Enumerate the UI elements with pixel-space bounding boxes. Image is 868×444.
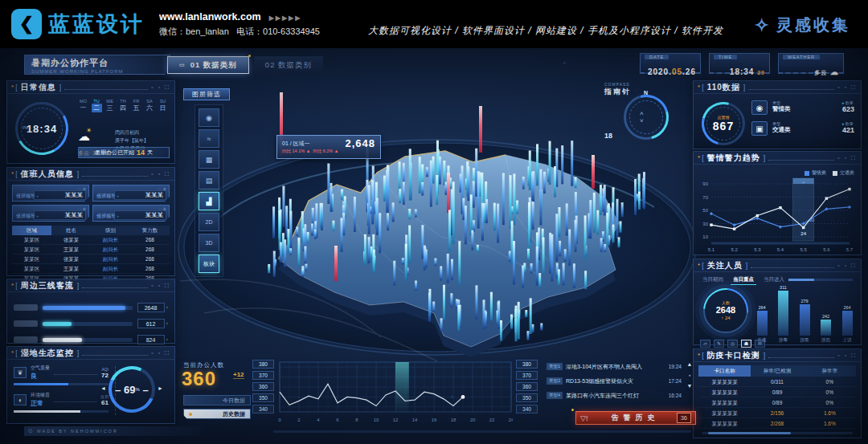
- panel-title: 关注人员: [707, 260, 743, 271]
- yaxis-tick: 340: [252, 405, 274, 413]
- weekday-row-cn[interactable]: 一二三四五六日: [78, 104, 168, 112]
- alert-item[interactable]: 类型1湿地3-104片区有不明人员闯入19:24: [547, 361, 682, 372]
- edit-icon[interactable]: ✎: [714, 340, 724, 348]
- panel-window-controls[interactable]: ▫ ▫ ⛶: [837, 352, 857, 359]
- weather-label: WEATHER: [783, 55, 820, 59]
- weekday-cn[interactable]: 一: [78, 104, 88, 112]
- bar-column[interactable]: 242涉恐: [819, 314, 833, 343]
- bar-column[interactable]: 264上访: [840, 305, 854, 343]
- gauge-right-arrow[interactable]: ►: [158, 385, 163, 391]
- vehicle-icon[interactable]: ▱: [700, 340, 710, 348]
- bar-column[interactable]: 264在逃: [755, 305, 769, 343]
- panel-alarm-trend: *[警情警力趋势]▫ ▫ ⛶ 警情类交通类 9070503010⌄30245.1…: [693, 151, 862, 255]
- weekday-cn[interactable]: 二: [92, 104, 102, 112]
- layer-filter-title: 图层筛选: [183, 88, 230, 100]
- focus-count-ring: 人数2648↑ 24: [703, 288, 748, 333]
- data-category-tabs: 01 数据类别02 数据类别: [167, 56, 323, 74]
- office-data-buttons: 今日数据历史数据: [183, 395, 251, 422]
- checkpoint-scrollbar[interactable]: [702, 432, 853, 434]
- weekday-cn[interactable]: 四: [118, 104, 129, 112]
- panel-window-controls[interactable]: ▫ ▫ ⛶: [151, 283, 170, 289]
- layer-button-camera[interactable]: ◉: [199, 108, 219, 127]
- table-row[interactable]: 某某区王某某副局长268: [12, 264, 170, 274]
- bus-icon: ▣: [751, 121, 768, 136]
- tooltip-value: 2,648: [345, 137, 375, 149]
- panel-wetland-eco-monitor: *[湿地生态监控]▫ ▫ ⛶ ❦ 空气质量良 AQI72 ◖ 环境噪音正常 分贝…: [6, 346, 175, 424]
- layer-button-building[interactable]: ▤: [199, 171, 219, 189]
- platform-title: 暑期办公协作平台: [31, 57, 163, 69]
- tooltip-region: 01 / 区域一: [282, 140, 310, 148]
- website-link[interactable]: www.lanlanwork.com: [159, 11, 261, 22]
- checkpoint-row[interactable]: 某某某某某0/890%: [698, 397, 856, 408]
- alarm-type-item: ▣类型交通类▸ 数量421: [751, 121, 854, 136]
- checkpoint-row[interactable]: 某某某某某2/1561.6%: [698, 408, 856, 418]
- flow-bar-row: 824↑: [14, 334, 168, 345]
- svg-text:90: 90: [702, 181, 708, 186]
- table-row[interactable]: 某某区张某某副局长268: [12, 255, 170, 264]
- weekday-cn[interactable]: 日: [158, 104, 168, 112]
- panel-window-controls[interactable]: ▫ ▫ ⛶: [837, 263, 857, 269]
- noise-item: ◖ 环境噪音正常 分贝61: [14, 392, 108, 408]
- inspiration-collect[interactable]: ✧灵感收集: [755, 14, 850, 36]
- office-count-value: 360: [182, 368, 216, 390]
- total-alarm-gauge: 总警情867: [702, 102, 745, 145]
- layer-button-3d[interactable]: 3D: [199, 234, 219, 252]
- yaxis-tick: 370: [252, 371, 274, 380]
- gauge-left-arrow[interactable]: ◄: [100, 385, 106, 391]
- warning-triangle-icon: ▽!: [580, 414, 588, 422]
- yaxis-tick: 380: [252, 360, 274, 369]
- layer-button-signal[interactable]: ≈: [199, 129, 219, 148]
- focus-tab[interactable]: 当日重点: [731, 275, 756, 285]
- svg-text:30: 30: [702, 222, 708, 226]
- svg-text:5.5: 5.5: [800, 247, 807, 252]
- table-row[interactable]: 某某区张某某副局长268: [12, 235, 170, 245]
- time-label: TIME: [714, 55, 737, 59]
- svg-text:5.6: 5.6: [823, 247, 830, 252]
- banner-contact: www.lanlanwork.com▶▶▶▶▶ 微信：ben_lanlan 电话…: [159, 10, 320, 38]
- checkpoint-row[interactable]: 某某某某某2/2681.6%: [698, 418, 856, 429]
- layer-button-blocks[interactable]: 板块: [199, 255, 219, 273]
- panel-title: 值班人员信息: [21, 169, 74, 180]
- panel-window-controls[interactable]: ▫ ▫ ⛶: [837, 84, 857, 91]
- svg-text:5.4: 5.4: [777, 247, 784, 252]
- scroll-down-icon[interactable]: ▼: [687, 383, 693, 389]
- panel-window-controls[interactable]: ▫ ▫ ⛶: [151, 84, 170, 91]
- scroll-up-icon[interactable]: ▲: [687, 361, 693, 367]
- layer-button-2d[interactable]: 2D: [199, 213, 219, 231]
- panel-window-controls[interactable]: ▫ ▫ ⛶: [151, 171, 170, 177]
- panel-window-controls[interactable]: ▫ ▫ ⛶: [837, 155, 857, 161]
- layer-button-stats[interactable]: ▟: [199, 192, 219, 210]
- target-icon[interactable]: ◎: [727, 340, 738, 348]
- alert-item[interactable]: 类型2RD13-53烟感报警疑似火灾17:24: [547, 376, 682, 386]
- bar-column[interactable]: 279涉黑: [797, 299, 812, 343]
- focus-tab[interactable]: 当日期间: [700, 275, 726, 285]
- checkpoint-row[interactable]: 某某某某某0/890%: [698, 387, 856, 397]
- focus-slider[interactable]: [788, 279, 853, 281]
- date-label: DATE: [645, 55, 669, 59]
- alarm-history-button[interactable]: ▽! 告警历史 36: [575, 411, 696, 425]
- checkpoint-row[interactable]: 某某某某某0/3110%: [698, 377, 856, 387]
- office-button[interactable]: 历史数据: [183, 409, 251, 419]
- compass-ring[interactable]: [624, 95, 669, 140]
- bar-column[interactable]: 311涉毒: [776, 285, 791, 343]
- tab-data-category[interactable]: 01 数据类别: [167, 56, 249, 74]
- sparkle-icon: ✧: [755, 15, 772, 36]
- weekday-cn[interactable]: 五: [131, 104, 141, 112]
- duty-leader-card: 值班领导 ▸··· ⊗某某某: [92, 185, 170, 202]
- office-button[interactable]: 今日数据: [183, 395, 251, 405]
- svg-text:50: 50: [702, 208, 708, 213]
- alert-item[interactable]: 类型4某路口有小汽车连闯三个红灯16:24: [547, 390, 682, 401]
- office-yaxis-right: 380370360350340: [516, 360, 538, 413]
- person-icon[interactable]: ☗: [741, 340, 751, 348]
- panel-epidemic-checkpoints: *[防疫卡口检测]▫ ▫ ⛶ 卡口名称异常/已检测异常率 某某某某某0/3110…: [693, 348, 862, 438]
- weekday-cn[interactable]: 六: [145, 104, 155, 112]
- svg-text:2: 2: [297, 418, 301, 422]
- yaxis-tick: 370: [516, 371, 538, 380]
- table-row[interactable]: 某某区王某某副局长268: [12, 245, 170, 255]
- panel-window-controls[interactable]: ▫ ▫ ⛶: [151, 350, 170, 356]
- layer-button-deploy[interactable]: ▦: [199, 150, 219, 169]
- tab-data-category[interactable]: 02 数据类别: [254, 56, 323, 74]
- weekday-cn[interactable]: 三: [104, 104, 115, 112]
- panel-title: 日常信息: [21, 82, 56, 93]
- alarm-type-list: ◉类型警情类▸ 数量623▣类型交通类▸ 数量421: [751, 100, 854, 142]
